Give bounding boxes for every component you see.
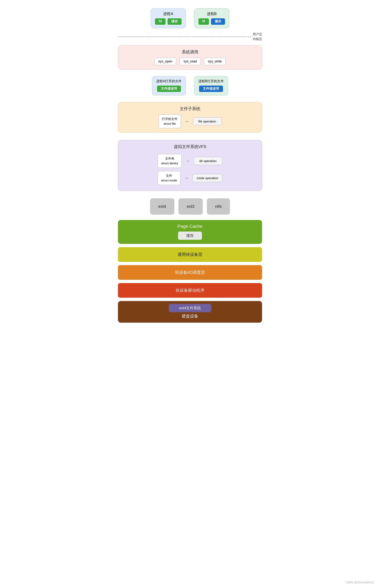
vfs-dentry: 文件夹struct dentry	[158, 154, 182, 168]
io-scheduler-bar: 块设备I/O调度层	[118, 265, 262, 280]
fs-inner: 打开的文件struct file → file operation	[158, 114, 222, 128]
vfs-dentry-row: 文件夹struct dentry → dir operation	[158, 154, 223, 168]
syscall-read: sys_read	[179, 58, 201, 65]
fd-process-b-title: 进程B打开的文件	[198, 79, 224, 84]
divider-labels: 用户态 内核态	[253, 32, 262, 41]
user-mode-label: 用户态	[253, 32, 262, 37]
hdd-label: 硬盘设备	[182, 313, 198, 319]
fd-process-b-box: 进程B打开的文件 文件描述符	[194, 76, 228, 95]
fd-row: 进程A打开的文件 文件描述符 进程B打开的文件 文件描述符	[152, 76, 228, 95]
hardware-box: ext4文件系统 硬盘设备	[118, 301, 262, 323]
vfs-dir-op: dir operation	[193, 157, 222, 165]
main-diagram: 进程A fd 缓存 进程B fd 缓存 用户态 内核态 系统调用 sys_ope…	[118, 8, 262, 324]
process-a-box: 进程A fd 缓存	[151, 8, 186, 28]
ext4-box: ext4	[150, 198, 174, 215]
fd-process-b-fd: 文件描述符	[199, 85, 223, 92]
fd-process-a-box: 进程A打开的文件 文件描述符	[152, 76, 186, 95]
process-row: 进程A fd 缓存 进程B fd 缓存	[151, 8, 229, 28]
kernel-mode-label: 内核态	[253, 37, 262, 42]
process-b-fd-badge: fd	[198, 18, 209, 25]
syscall-section: 系统调用 sys_open sys_read sys_write	[118, 45, 262, 69]
vfs-inode-op: inode operation	[192, 174, 222, 182]
process-b-buffer-badge: 缓存	[211, 18, 225, 25]
dashed-line	[118, 37, 251, 37]
process-a-fd-badge: fd	[155, 18, 166, 25]
page-cache-box: Page Cache 缓存	[118, 220, 262, 244]
syscall-open: sys_open	[154, 58, 176, 65]
fs-open-file: 打开的文件struct file	[158, 114, 181, 128]
ext4-fs-label: ext4文件系统	[169, 304, 211, 312]
block-driver-bar: 块设备驱动程序	[118, 283, 262, 298]
vfs-inode: 文件struct inode	[158, 171, 181, 185]
fd-process-a-title: 进程A打开的文件	[156, 79, 182, 84]
page-cache-title: Page Cache	[177, 224, 202, 229]
divider-row: 用户态 内核态	[118, 32, 262, 41]
process-a-title: 进程A	[163, 11, 173, 16]
ntfs-box: ntfs	[207, 198, 230, 215]
process-b-inner: fd 缓存	[198, 18, 225, 25]
vfs-section: 虚拟文件系统VFS 文件夹struct dentry → dir operati…	[118, 140, 262, 191]
syscall-items: sys_open sys_read sys_write	[154, 58, 226, 65]
vfs-title: 虚拟文件系统VFS	[174, 144, 207, 149]
fs-arrow: →	[185, 119, 189, 124]
syscall-title: 系统调用	[182, 49, 198, 55]
vfs-dentry-arrow: →	[185, 158, 190, 164]
process-a-inner: fd 缓存	[155, 18, 182, 25]
fs-file-op: file operation	[193, 117, 222, 125]
ext3-box: ext3	[178, 198, 203, 215]
syscall-write: sys_write	[204, 58, 226, 65]
process-b-title: 进程B	[207, 11, 217, 16]
filesystem-section: 文件子系统 打开的文件struct file → file operation	[118, 102, 262, 133]
ext-row: ext4 ext3 ntfs	[150, 198, 230, 215]
fd-process-a-fd: 文件描述符	[157, 85, 181, 92]
process-a-buffer-badge: 缓存	[168, 18, 182, 25]
generic-block-bar: 通用块设备层	[118, 247, 262, 262]
process-b-box: 进程B fd 缓存	[194, 8, 229, 28]
watermark: CSDN @Ocean&&Glub	[346, 581, 374, 584]
vfs-inode-arrow: →	[184, 175, 189, 181]
vfs-inode-row: 文件struct inode → inode operation	[158, 171, 223, 185]
page-cache-buffer: 缓存	[178, 231, 202, 240]
filesystem-title: 文件子系统	[180, 106, 200, 111]
